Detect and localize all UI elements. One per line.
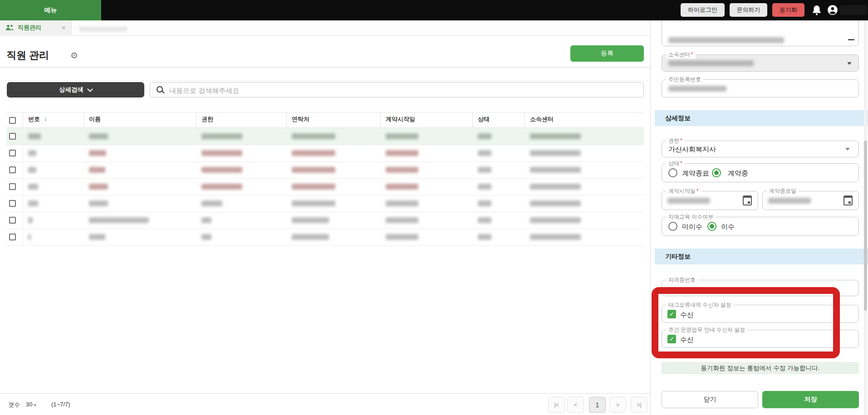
redacted-cell [386,133,418,139]
table-row[interactable] [6,128,644,145]
dementia-label: 치매교육 이수여부 [666,213,716,221]
row-checkbox[interactable] [9,166,16,173]
license-label: 자격증번호 [666,276,698,284]
caret-down-icon [847,62,852,65]
col-header-number[interactable]: 번호 [28,115,40,123]
divider [23,161,23,178]
divider [286,112,287,127]
table-row[interactable] [6,229,644,246]
close-button[interactable]: 닫기 [662,391,758,408]
row-checkbox[interactable] [9,183,16,190]
divider [0,393,650,394]
tag-receive-checkbox[interactable]: ✓ [667,310,676,318]
detail-search-button[interactable]: 상세검색 [7,82,144,98]
row-checkbox[interactable] [9,234,16,240]
pagination-page-1-button[interactable]: 1 [589,397,606,413]
save-button[interactable]: 저장 [762,391,859,408]
redacted-cell [89,200,108,206]
radio-contract-active-label[interactable]: 계약중 [728,169,748,178]
redacted-cell [478,217,491,223]
redacted-cell [292,200,335,206]
tab-close-icon[interactable]: × [62,24,66,31]
field-cut-top[interactable] [662,20,859,46]
people-icon [5,24,14,31]
col-header-status[interactable]: 상태 [478,115,490,123]
tab-employee-management[interactable]: 직원관리 [0,20,72,35]
col-header-contact[interactable]: 연락처 [292,115,309,123]
table-row[interactable] [6,212,644,229]
gear-icon[interactable]: ⚙ [70,50,78,61]
pagination-first-button[interactable]: |< [548,397,565,413]
redacted-cell [292,184,335,190]
account-icon[interactable] [827,4,839,16]
radio-completed-label[interactable]: 이수 [721,223,735,231]
radio-contract-active[interactable] [712,168,721,177]
page-title: 직원 관리 [6,49,49,62]
row-checkbox[interactable] [9,133,16,140]
redacted-cell [478,200,491,206]
radio-completed[interactable] [707,222,716,231]
calendar-icon[interactable] [743,195,752,205]
weekly-notice-label: 주간 운영업무 안내 수신자 설정 [666,326,747,334]
row-checkbox[interactable] [9,150,16,156]
menu-button[interactable]: 메뉴 [0,0,101,20]
select-all-checkbox[interactable] [9,117,16,124]
register-button[interactable]: 등록 [570,45,644,62]
redacted-cell [28,234,31,240]
col-header-name[interactable]: 이름 [89,115,101,123]
table-row[interactable] [6,145,644,162]
dash-icon [848,39,854,40]
redacted-cell [89,184,108,190]
redacted-cell [201,167,242,173]
radio-contract-ended-label[interactable]: 계약종료 [682,169,709,178]
divider [6,112,644,112]
redacted-cell [201,234,211,240]
col-header-start[interactable]: 계약시작일 [386,115,415,123]
search-box [150,82,644,98]
role-select[interactable]: 가산사회복지사 [662,141,859,157]
status-field: 계약종료 계약중 [662,163,859,182]
redacted-cell [292,150,335,156]
pagination-prev-button[interactable]: < [567,397,584,413]
panel-scrollbar[interactable] [864,20,867,415]
pagination-last-button[interactable]: >| [631,397,647,413]
page-size-select[interactable]: 30 ▾ [26,401,36,408]
weekly-receive-label[interactable]: 수신 [680,336,694,344]
radio-not-completed[interactable] [668,222,677,231]
bell-icon[interactable] [811,5,822,16]
redacted-cell [292,217,329,223]
radio-not-completed-label[interactable]: 미이수 [682,223,702,231]
scrollbar-thumb[interactable] [864,141,867,311]
sync-button[interactable]: 동기화 [772,3,804,17]
redacted-cell [292,133,335,139]
table-row[interactable] [6,178,644,195]
divider [0,67,650,68]
tag-receive-label[interactable]: 수신 [680,311,694,319]
radio-contract-ended[interactable] [668,168,677,177]
inquiry-button[interactable]: 문의하기 [730,3,767,17]
divider [23,229,23,245]
redacted-cell [89,217,149,223]
hi-login-button[interactable]: 하이로그인 [681,3,725,17]
row-checkbox[interactable] [9,200,16,207]
col-header-role[interactable]: 권한 [201,115,213,123]
row-checkbox[interactable] [9,217,16,224]
redacted-cell [386,167,418,173]
table-row[interactable] [6,195,644,212]
col-header-center[interactable]: 소속센터 [530,115,554,123]
caret-down-icon [845,148,850,151]
divider [83,112,84,127]
redacted-cell [89,167,105,173]
redacted-cell [201,133,242,139]
redacted-cell [201,217,211,223]
weekly-receive-checkbox[interactable]: ✓ [667,335,676,343]
tab-bar: 직원관리 × [0,20,650,36]
divider [196,112,196,127]
search-input[interactable] [168,83,633,98]
sort-desc-icon[interactable]: ↓ [44,115,47,122]
redacted-cell [292,234,329,240]
redacted-cell [89,133,108,139]
pagination-next-button[interactable]: > [609,397,626,413]
table-row[interactable] [6,161,644,179]
calendar-icon[interactable] [843,195,853,205]
